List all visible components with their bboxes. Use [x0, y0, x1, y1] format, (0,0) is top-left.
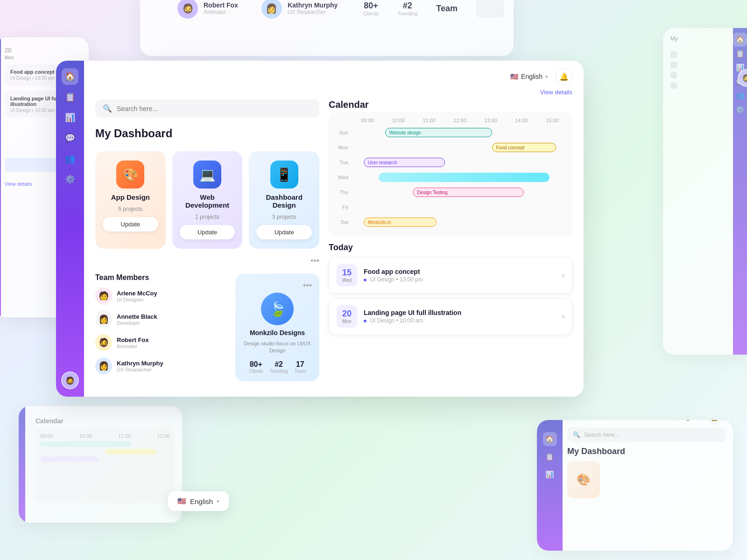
today-event-1[interactable]: 15 Wed Food app concept UI Design • 13:0…	[329, 257, 572, 294]
member-role-arlene: UI Designer	[117, 297, 157, 302]
time-1200: 12:00	[445, 118, 474, 123]
right-panel: Calendar 09:00 10:00 11:00 12:00 13:00 1…	[329, 99, 572, 389]
team-member-robert: 🧔 Robert Fox Animator	[95, 334, 228, 351]
time-1400: 14:00	[507, 118, 536, 123]
content-area: 🔍 My Dashboard 🎨 App Design 5 projects U…	[84, 99, 584, 397]
app-design-update-button[interactable]: Update	[103, 217, 158, 231]
event-1-date-num: 15	[342, 268, 352, 278]
calendar-row-mon: Mon Food concept	[334, 141, 567, 154]
sidebar-item-settings[interactable]: ⚙️	[62, 171, 78, 188]
bottom-flag-icon: 🇺🇸	[177, 497, 186, 505]
bottom-left-sidebar	[19, 406, 25, 523]
main-content: 🇺🇸 English ▾ 🔔 View details 🔍 My Dashboa…	[84, 61, 584, 397]
dashboard-title: Dashboard Design	[256, 193, 312, 209]
event-1-chevron[interactable]: ›	[562, 271, 564, 280]
dashboard-icon: 📱	[270, 161, 298, 189]
sidebar-item-analytics[interactable]: 📊	[62, 109, 78, 126]
event-2-date-day: Mon	[342, 319, 351, 324]
today-title: Today	[329, 243, 572, 252]
cal-cells-sat: Monkzilo.in	[353, 216, 567, 229]
stat-trending-value: #2	[270, 360, 288, 369]
app-design-icon: 🎨	[116, 161, 144, 189]
today-section: Today 15 Wed Food app concept UI Design	[329, 243, 572, 389]
sidebar-user-avatar[interactable]: 🧔	[61, 371, 79, 389]
stat-team-value: 17	[295, 360, 306, 369]
stat-team-label: Team	[295, 369, 306, 374]
event-website-design: Website design	[385, 128, 492, 137]
right-bg-window: My 🧔 🏠 📋 📊 💬 👥 ⚙️	[663, 28, 747, 355]
company-logo: 🍃	[261, 293, 294, 325]
event-1-date-badge: 15 Wed	[337, 264, 357, 287]
top-partial-content: 🧔 Robert Fox Animator 👩 Kathryn Murphy U…	[140, 0, 514, 26]
member-role-robert: Animator	[117, 343, 149, 349]
stat-trending-label: Trending	[270, 369, 288, 374]
team-section: Team Members 🧑 Arlene McCoy UI Designer …	[95, 273, 319, 381]
member-role-kathryn: UX Researcher	[117, 367, 163, 372]
view-details-link[interactable]: View details	[84, 89, 584, 96]
sidebar-item-team[interactable]: 👥	[62, 150, 78, 167]
time-0900: 09:00	[353, 118, 382, 123]
stat-clients: 80+ Clients	[249, 360, 263, 374]
cal-cells-thu: Design Testing	[353, 186, 567, 199]
bottom-left-window: Calendar 09:0010:0011:0012:00	[19, 406, 182, 523]
dashboard-update-button[interactable]: Update	[256, 225, 312, 239]
today-event-2[interactable]: 20 Mon Landing page UI full illustration…	[329, 298, 572, 335]
event-food-concept: Food concept	[492, 143, 556, 152]
dashboard-count: 3 projects	[272, 214, 296, 220]
right-bg-avatar: 🧔	[738, 69, 747, 87]
company-name: Monkzilo Designs	[250, 329, 305, 336]
top-partial-window: 🧔 Robert Fox Animator 👩 Kathryn Murphy U…	[140, 0, 514, 56]
team-member-kathryn: 👩 Kathryn Murphy UX Researcher	[95, 357, 228, 374]
sidebar-bottom: 🧔	[61, 371, 79, 389]
app-design-title: App Design	[111, 193, 150, 201]
calendar-title: Calendar	[329, 99, 572, 110]
calendar-header: 09:00 10:00 11:00 12:00 13:00 14:00 15:0…	[334, 118, 567, 123]
cal-cells-wed	[353, 171, 567, 184]
search-input[interactable]	[117, 105, 312, 112]
language-label: English	[521, 73, 543, 80]
member-avatar-kathryn: 👩	[95, 357, 112, 374]
sidebar-item-chat[interactable]: 💬	[62, 130, 78, 147]
cal-cells-sun: Website design	[353, 126, 567, 139]
cal-cells-fri	[353, 201, 567, 214]
team-member-arlene: 🧑 Arlene McCoy UI Designer	[95, 287, 228, 304]
app-design-count: 5 projects	[118, 206, 142, 212]
company-more-options[interactable]: •••	[303, 281, 312, 291]
time-1500: 15:00	[538, 118, 567, 123]
member-name-robert: Robert Fox	[117, 336, 149, 343]
main-dashboard-window: 🏠 📋 📊 💬 👥 ⚙️ 🧔 🇺🇸 English ▾ 🔔 View detai…	[56, 61, 584, 397]
project-card-web-dev: 💻 Web Development 1 projects Update	[172, 151, 243, 249]
bottom-language-selector[interactable]: 🇺🇸 English ▾	[168, 491, 229, 511]
team-title: Team Members	[95, 273, 228, 282]
project-card-app-design: 🎨 App Design 5 projects Update	[95, 151, 166, 249]
member-name-kathryn: Kathryn Murphy	[117, 360, 163, 367]
calendar-row-fri: Fri	[334, 201, 567, 214]
event-1-meta: UI Design • 13:00 pm	[364, 276, 556, 283]
sidebar-item-docs[interactable]: 📋	[62, 89, 78, 105]
web-dev-icon: 💻	[193, 161, 221, 189]
company-description: Design studio focus on UI/UX Design	[243, 340, 312, 355]
event-1-info: Food app concept UI Design • 13:00 pm	[364, 268, 556, 283]
stat-clients-label: Clients	[249, 369, 263, 374]
event-1-date-day: Wed	[342, 278, 352, 283]
sidebar-item-home[interactable]: 🏠	[62, 68, 78, 85]
calendar-row-wed: Wed	[334, 171, 567, 184]
event-user-research: User research	[364, 158, 445, 167]
event-wed-bar	[379, 173, 550, 182]
calendar-row-tue: Tue User research	[334, 156, 567, 169]
project-card-dashboard: 📱 Dashboard Design 3 projects Update	[249, 151, 319, 249]
calendar-grid: 09:00 10:00 11:00 12:00 13:00 14:00 15:0…	[329, 112, 572, 236]
more-options-button[interactable]: •••	[310, 256, 319, 266]
language-selector[interactable]: 🇺🇸 English ▾	[510, 73, 548, 80]
time-1300: 13:00	[476, 118, 505, 123]
event-2-date-num: 20	[342, 309, 352, 319]
event-2-meta: UI Design • 10:00 am	[364, 317, 556, 324]
event-2-chevron[interactable]: ›	[562, 312, 564, 321]
stat-clients-value: 80+	[249, 360, 263, 369]
cal-cells-mon: Food concept	[353, 141, 567, 154]
team-member-annette: 👩 Annette Black Developer	[95, 311, 228, 328]
notifications-bell[interactable]: 🔔	[556, 68, 572, 85]
company-card: ••• 🍃 Monkzilo Designs Design studio foc…	[235, 273, 319, 381]
calendar-row-thu: Thu Design Testing	[334, 186, 567, 199]
web-dev-update-button[interactable]: Update	[180, 225, 235, 239]
